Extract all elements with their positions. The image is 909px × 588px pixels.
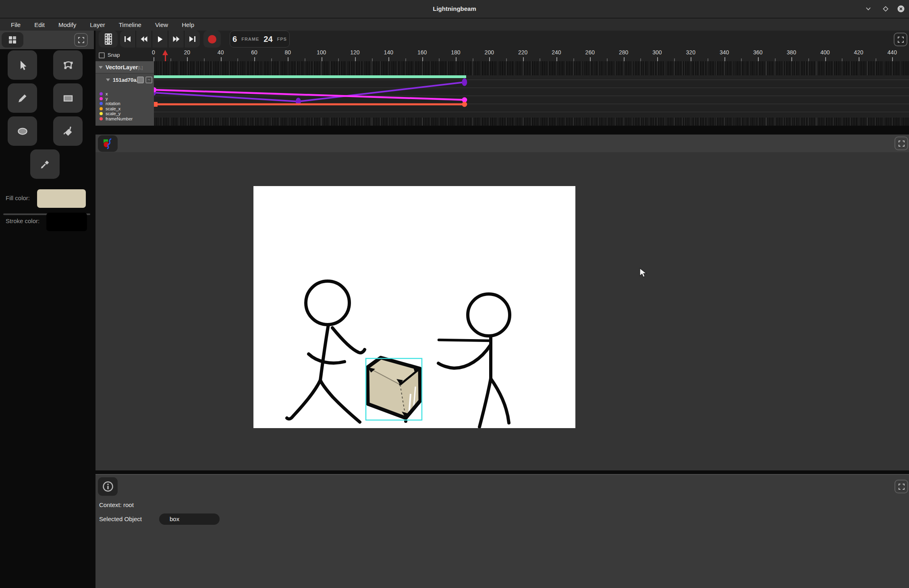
ruler-tick	[523, 57, 524, 61]
timeline-menu-button[interactable]	[99, 31, 118, 48]
ruler-frame-label: 340	[720, 49, 729, 56]
ruler-frame-label: 420	[854, 49, 863, 56]
property-row-frameNumber[interactable]: frameNumber	[100, 116, 133, 121]
ruler-frame-label: 220	[518, 49, 527, 56]
menu-item-view[interactable]: View	[148, 20, 175, 30]
stroke-color-swatch[interactable]	[46, 213, 87, 231]
ruler-tick	[473, 58, 473, 61]
symbol-collapse-icon[interactable]	[106, 79, 110, 81]
frame-fps-display[interactable]: 6 FRAME 24 FPS	[230, 31, 290, 48]
panel-grid-button[interactable]	[2, 32, 23, 48]
layer-extent-bar[interactable]	[154, 75, 466, 78]
keyframe-frameNumber[interactable]	[462, 102, 467, 107]
tools-expand-button[interactable]	[74, 33, 88, 47]
ruler-tick	[154, 57, 154, 61]
tool-select-button[interactable]	[8, 50, 37, 80]
selected-object-field[interactable]: box	[159, 513, 220, 525]
expand-icon	[78, 37, 84, 43]
layer-contents: 151ad70a... ~ xyrotationscale_xscale_yfr…	[95, 74, 154, 126]
minimize-button[interactable]	[862, 3, 874, 15]
tool-rectangle-button[interactable]	[53, 83, 83, 113]
ruler-frame-label: 20	[184, 49, 191, 56]
symbol-visibility-button[interactable]	[137, 77, 144, 83]
property-row-scale_y[interactable]: scale_y	[100, 111, 120, 116]
tool-node-edit-button[interactable]	[53, 50, 83, 80]
frame-label: FRAME	[241, 37, 259, 41]
empty-frames-strip[interactable]	[154, 118, 909, 126]
left-stick-figure[interactable]	[287, 281, 365, 422]
animation-curves[interactable]	[154, 78, 909, 118]
menu-bar: FileEditModifyLayerTimelineViewHelp	[0, 19, 909, 31]
skip-to-end-button[interactable]	[185, 31, 200, 48]
rewind-button[interactable]	[136, 31, 152, 48]
ruler-tick	[439, 58, 440, 61]
symbol-row[interactable]: 151ad70a...	[106, 76, 141, 83]
drawing-canvas[interactable]	[253, 186, 575, 428]
layer-frames-strip[interactable]	[154, 61, 909, 75]
ruler-tick	[808, 58, 809, 61]
ruler-tick	[456, 57, 457, 61]
ruler-frame-label: 400	[820, 49, 830, 56]
menu-item-edit[interactable]: Edit	[27, 20, 52, 30]
ruler-tick	[254, 57, 255, 61]
curve-editor-lane[interactable]	[154, 78, 909, 118]
keyframe-y[interactable]	[154, 87, 157, 93]
close-icon	[897, 5, 905, 13]
paint-bucket-icon	[62, 125, 75, 138]
menu-item-modify[interactable]: Modify	[52, 20, 83, 30]
property-row-y[interactable]: y	[100, 96, 108, 101]
property-row-scale_x[interactable]: scale_x	[100, 106, 120, 111]
play-button[interactable]	[152, 31, 168, 48]
layer-row-vectorlayer[interactable]: VectorLayer[L]	[95, 61, 154, 74]
ruler-frame-label: 200	[485, 49, 494, 56]
inspector-expand-button[interactable]	[894, 480, 908, 493]
close-button[interactable]	[895, 3, 907, 15]
ruler-frame-label: 240	[552, 49, 561, 56]
menu-item-timeline[interactable]: Timeline	[112, 20, 148, 30]
ruler-tick	[271, 58, 272, 61]
maximize-button[interactable]	[880, 3, 892, 15]
record-button[interactable]	[203, 31, 221, 48]
keyframe-frameNumber[interactable]	[154, 102, 158, 107]
menu-item-file[interactable]: File	[4, 20, 27, 30]
ruler-tick	[758, 57, 759, 61]
fps-value: 24	[264, 35, 272, 44]
ruler-frame-label: 180	[451, 49, 460, 56]
ellipse-icon	[17, 125, 29, 137]
tool-ellipse-button[interactable]	[8, 116, 37, 146]
tool-pencil-button[interactable]	[8, 83, 37, 113]
ruler-tick	[892, 57, 893, 61]
right-stick-figure[interactable]	[438, 294, 510, 427]
ruler-tick	[305, 58, 305, 61]
stage-menu-button[interactable]	[98, 135, 118, 152]
stage-expand-button[interactable]	[894, 137, 908, 150]
ruler-tick	[607, 58, 608, 61]
fill-color-label: Fill color:	[6, 195, 30, 201]
layer-collapse-icon[interactable]	[99, 66, 103, 69]
expand-icon	[899, 141, 905, 147]
property-name: y	[106, 96, 108, 101]
fast-forward-button[interactable]	[168, 31, 185, 48]
frame-ruler[interactable]: 0204060801001201401601802002202402602803…	[95, 48, 909, 61]
fill-color-swatch[interactable]	[37, 189, 86, 208]
property-row-x[interactable]: x	[100, 91, 108, 96]
property-name: scale_y	[106, 111, 120, 116]
symbol-name: 151ad70a...	[113, 77, 141, 83]
menu-item-help[interactable]: Help	[175, 20, 201, 30]
keyframe-x[interactable]	[462, 79, 467, 86]
menu-item-layer[interactable]: Layer	[83, 20, 112, 30]
ruler-frame-label: 100	[317, 49, 326, 56]
inspector-info-button[interactable]	[98, 477, 118, 496]
timeline-expand-button[interactable]	[894, 33, 907, 46]
property-row-rotation[interactable]: rotation	[100, 101, 120, 106]
skip-to-start-button[interactable]	[120, 31, 136, 48]
tool-eyedropper-button[interactable]	[30, 149, 60, 179]
tool-paint-bucket-button[interactable]	[53, 116, 83, 146]
selected-object-label: Selected Object	[99, 516, 142, 522]
node-edit-icon	[62, 59, 75, 72]
ruler-frame-label: 380	[787, 49, 796, 56]
fast-forward-icon	[172, 36, 180, 42]
ruler-tick	[640, 58, 641, 61]
symbol-tilde-button[interactable]: ~	[145, 77, 152, 83]
box-object[interactable]	[367, 358, 420, 423]
